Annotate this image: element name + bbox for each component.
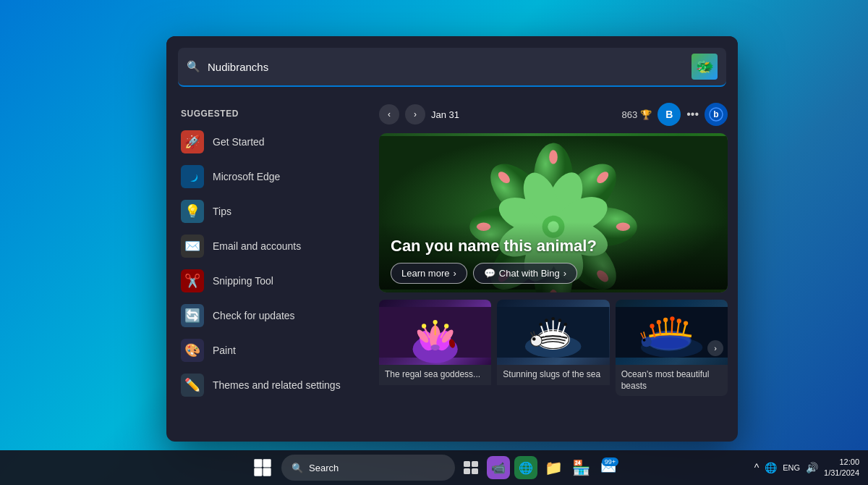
bing-main-card[interactable]: Can you name this animal? Learn more › 💬… <box>379 133 728 292</box>
edge-label: Microsoft Edge <box>213 171 280 182</box>
sidebar-item-get-started[interactable]: 🚀 Get Started <box>172 125 363 159</box>
svg-rect-84 <box>263 459 271 467</box>
bing-panel: ‹ › Jan 31 863 🏆 B ••• b <box>369 94 738 442</box>
store-button[interactable]: 🏪 <box>569 456 592 479</box>
paint-label: Paint <box>213 345 236 356</box>
svg-text:b: b <box>713 109 718 119</box>
search-content: Suggested 🚀 Get Started Microsoft Edge <box>166 94 738 442</box>
chat-icon: 💬 <box>484 268 495 279</box>
svg-point-58 <box>531 335 542 347</box>
svg-point-75 <box>670 316 674 321</box>
bing-icon-button[interactable]: b <box>705 103 728 126</box>
updates-icon: 🔄 <box>181 304 204 327</box>
svg-point-73 <box>656 320 660 324</box>
thumb-1[interactable]: The regal sea goddess... <box>379 300 491 396</box>
svg-rect-88 <box>472 461 478 467</box>
get-started-label: Get Started <box>213 136 265 148</box>
files-button[interactable]: 📁 <box>542 456 565 479</box>
snipping-label: Snipping Tool <box>213 275 273 287</box>
thumb-1-caption: The regal sea goddess... <box>379 365 491 385</box>
bing-more-button[interactable]: ••• <box>686 108 699 121</box>
bing-user-button[interactable]: B <box>658 103 681 126</box>
svg-point-54 <box>545 319 548 322</box>
edge-icon <box>181 165 204 188</box>
svg-point-55 <box>552 317 556 321</box>
trophy-icon: 🏆 <box>640 109 652 120</box>
search-input-area: 🔍 🐲 <box>166 36 738 94</box>
bing-points: 863 🏆 <box>621 109 652 120</box>
search-box[interactable]: 🔍 🐲 <box>178 48 726 87</box>
updates-label: Check for updates <box>213 310 295 321</box>
svg-point-56 <box>558 319 562 322</box>
chat-bing-button[interactable]: 💬 Chat with Bing › <box>473 263 577 284</box>
thumb-3-caption: Ocean's most beautiful beasts <box>616 365 728 396</box>
svg-rect-86 <box>263 468 271 476</box>
bing-next-button[interactable]: › <box>405 104 425 125</box>
taskbar: 🔍 Search 📹 🌐 📁 <box>0 450 868 485</box>
email-label: Email and accounts <box>213 240 301 252</box>
network-icon[interactable]: 🌐 <box>765 462 777 473</box>
svg-point-77 <box>684 321 688 325</box>
browser-button[interactable]: 🌐 <box>514 456 537 479</box>
thumb-2[interactable]: Stunning slugs of the sea <box>497 300 609 396</box>
mail-icon-wrap: ✉️ 99+ <box>597 456 620 479</box>
thumb-3-image <box>616 300 728 365</box>
get-started-icon: 🚀 <box>181 130 204 153</box>
bing-card-buttons: Learn more › 💬 Chat with Bing › <box>391 263 716 284</box>
sidebar-item-themes[interactable]: ✏️ Themes and related settings <box>172 368 363 402</box>
themes-label: Themes and related settings <box>213 379 341 391</box>
svg-point-76 <box>676 319 681 323</box>
svg-point-79 <box>641 337 651 347</box>
sidebar-item-tips[interactable]: 💡 Tips <box>172 194 363 229</box>
sidebar-item-updates[interactable]: 🔄 Check for updates <box>172 298 363 333</box>
bing-scroll-right[interactable]: › <box>707 340 723 356</box>
search-avatar: 🐲 <box>692 54 718 80</box>
svg-point-78 <box>649 337 688 349</box>
svg-rect-87 <box>464 461 470 467</box>
svg-point-74 <box>663 318 668 322</box>
bing-date: Jan 31 <box>431 109 616 120</box>
sidebar-item-snipping[interactable]: ✂️ Snipping Tool <box>172 263 363 298</box>
clock[interactable]: 12:00 1/31/2024 <box>824 457 859 479</box>
points-value: 863 <box>621 109 637 120</box>
tray-chevron[interactable]: ^ <box>754 462 760 473</box>
sidebar-item-email[interactable]: ✉️ Email and accounts <box>172 229 363 263</box>
svg-point-42 <box>430 345 439 350</box>
desktop: 🔍 🐲 Suggested 🚀 Get Started <box>0 0 868 485</box>
email-icon: ✉️ <box>181 235 204 258</box>
suggested-label: Suggested <box>172 106 363 125</box>
svg-point-41 <box>444 324 448 328</box>
svg-rect-83 <box>254 459 262 467</box>
language-indicator: ENG <box>783 463 800 472</box>
tips-icon: 💡 <box>181 200 204 223</box>
windows-start-button[interactable] <box>248 453 277 482</box>
mail-badge: 99+ <box>602 457 618 466</box>
svg-rect-85 <box>254 468 262 476</box>
taskbar-search[interactable]: 🔍 Search <box>281 455 455 481</box>
search-overlay: 🔍 🐲 Suggested 🚀 Get Started <box>166 36 738 442</box>
bing-prev-button[interactable]: ‹ <box>379 104 399 125</box>
thumb-1-image <box>379 300 491 365</box>
svg-rect-89 <box>464 468 470 474</box>
task-view-button[interactable] <box>459 456 482 479</box>
search-input[interactable] <box>208 61 684 73</box>
bing-thumbnails: The regal sea goddess... <box>379 300 728 396</box>
snipping-icon: ✂️ <box>181 269 204 292</box>
svg-line-69 <box>671 319 672 333</box>
svg-point-53 <box>540 323 543 326</box>
svg-rect-90 <box>472 468 478 474</box>
svg-point-39 <box>422 324 426 328</box>
thumb-2-image <box>497 300 609 365</box>
svg-point-40 <box>433 320 438 324</box>
sidebar-item-paint[interactable]: 🎨 Paint <box>172 333 363 368</box>
sidebar-item-edge[interactable]: Microsoft Edge <box>172 159 363 194</box>
svg-point-80 <box>642 339 645 342</box>
suggestions-panel: Suggested 🚀 Get Started Microsoft Edge <box>166 94 369 442</box>
volume-icon[interactable]: 🔊 <box>806 462 818 473</box>
learn-more-button[interactable]: Learn more › <box>391 263 467 284</box>
taskbar-center: 🔍 Search 📹 🌐 📁 <box>248 453 620 482</box>
video-button[interactable]: 📹 <box>487 456 510 479</box>
taskbar-search-icon: 🔍 <box>292 463 303 473</box>
bing-card-text: Can you name this animal? Learn more › 💬… <box>379 222 728 292</box>
thumb-2-caption: Stunning slugs of the sea <box>497 365 609 385</box>
